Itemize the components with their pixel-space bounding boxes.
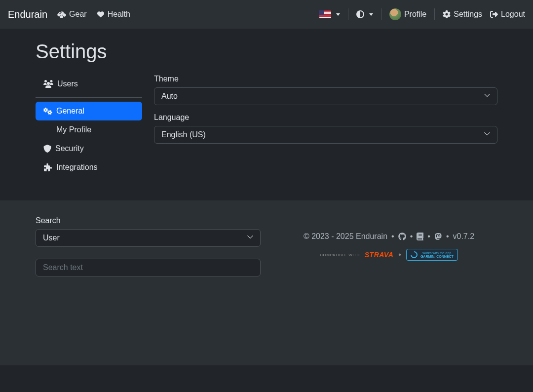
garmin-top-text: works with the app bbox=[420, 251, 454, 255]
navbar-left: Endurain Gear Health bbox=[8, 9, 130, 20]
garmin-badge: works with the app GARMIN. CONNECT bbox=[406, 249, 458, 261]
sidebar-label: Integrations bbox=[56, 163, 98, 172]
settings-sidebar: Users General My Profile Security bbox=[36, 75, 142, 177]
compatible-text: COMPATIBLE WITH bbox=[320, 253, 360, 257]
gear-icon bbox=[443, 10, 451, 18]
sidebar-item-security[interactable]: Security bbox=[36, 139, 142, 158]
language-label: Language bbox=[154, 113, 497, 122]
sidebar-label: Security bbox=[55, 144, 84, 153]
docs-icon[interactable] bbox=[417, 233, 423, 240]
us-flag-icon bbox=[319, 10, 331, 18]
search-label: Search bbox=[36, 216, 261, 225]
sidebar-item-users[interactable]: Users bbox=[36, 75, 142, 93]
page-title: Settings bbox=[36, 40, 497, 63]
heart-icon bbox=[97, 11, 105, 18]
settings-row: Users General My Profile Security bbox=[36, 75, 497, 177]
settings-label: Settings bbox=[454, 10, 482, 19]
footer-badges: COMPATIBLE WITH STRAVA • works with the … bbox=[280, 249, 497, 261]
caret-down-icon bbox=[336, 13, 340, 16]
language-select[interactable]: English (US) bbox=[154, 126, 497, 144]
language-select-wrapper: English (US) bbox=[154, 126, 497, 144]
sidebar-item-profile[interactable]: My Profile bbox=[36, 120, 142, 139]
garmin-icon bbox=[409, 250, 419, 260]
logout-icon bbox=[490, 10, 498, 18]
footer: Search User © 2023 - 2025 Endurain • • •… bbox=[0, 200, 533, 365]
users-icon bbox=[43, 80, 53, 88]
bicycle-icon bbox=[57, 11, 66, 18]
navbar: Endurain Gear Health Pro bbox=[0, 0, 533, 29]
brand-link[interactable]: Endurain bbox=[8, 9, 47, 20]
sidebar-label: My Profile bbox=[56, 125, 91, 134]
search-type-wrapper: User bbox=[36, 229, 261, 247]
avatar bbox=[389, 8, 401, 20]
search-input[interactable] bbox=[36, 259, 261, 276]
health-link[interactable]: Health bbox=[97, 10, 130, 19]
divider bbox=[381, 8, 381, 20]
footer-right: © 2023 - 2025 Endurain • • • • v0.7.2 CO… bbox=[280, 216, 497, 276]
version-text: v0.7.2 bbox=[453, 232, 474, 241]
health-label: Health bbox=[108, 10, 130, 19]
settings-content: Theme Auto Language English (US) bbox=[154, 75, 497, 177]
navbar-right: Profile Settings Logout bbox=[319, 8, 525, 20]
shield-icon bbox=[43, 145, 51, 153]
puzzle-icon bbox=[43, 163, 52, 171]
half-circle-icon bbox=[356, 10, 364, 18]
profile-link[interactable]: Profile bbox=[389, 8, 426, 20]
garmin-bottom-text: GARMIN. CONNECT bbox=[420, 255, 454, 258]
divider bbox=[348, 8, 348, 20]
theme-dropdown[interactable] bbox=[356, 10, 373, 18]
copyright-text: © 2023 - 2025 Endurain bbox=[304, 232, 387, 241]
sidebar-label: Users bbox=[57, 79, 78, 88]
id-card-icon bbox=[43, 126, 52, 134]
gear-label: Gear bbox=[69, 10, 87, 19]
footer-left: Search User bbox=[36, 216, 261, 276]
language-dropdown[interactable] bbox=[319, 10, 340, 18]
profile-label: Profile bbox=[404, 10, 426, 19]
mastodon-icon[interactable] bbox=[434, 233, 442, 240]
caret-down-icon bbox=[369, 13, 373, 16]
divider bbox=[434, 8, 435, 20]
gears-icon bbox=[43, 107, 52, 115]
footer-text: © 2023 - 2025 Endurain • • • • v0.7.2 bbox=[280, 232, 497, 241]
logout-link[interactable]: Logout bbox=[490, 10, 525, 19]
theme-select[interactable]: Auto bbox=[154, 87, 497, 105]
gear-link[interactable]: Gear bbox=[57, 10, 87, 19]
sidebar-item-general[interactable]: General bbox=[36, 102, 142, 120]
sidebar-divider bbox=[36, 97, 142, 98]
strava-badge: STRAVA bbox=[365, 251, 393, 259]
main-container: Settings Users General My Profi bbox=[0, 29, 533, 189]
sidebar-label: General bbox=[56, 107, 84, 116]
github-icon[interactable] bbox=[398, 233, 406, 240]
logout-label: Logout bbox=[501, 10, 525, 19]
theme-label: Theme bbox=[154, 75, 497, 83]
sidebar-item-integrations[interactable]: Integrations bbox=[36, 158, 142, 177]
search-type-select[interactable]: User bbox=[36, 229, 261, 247]
theme-select-wrapper: Auto bbox=[154, 87, 497, 105]
settings-link[interactable]: Settings bbox=[443, 10, 482, 19]
